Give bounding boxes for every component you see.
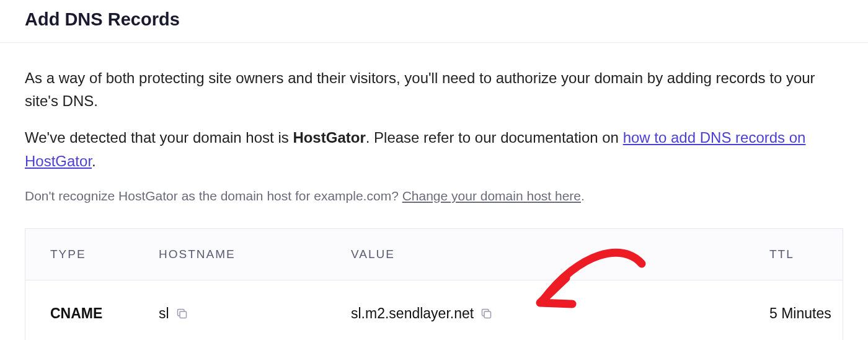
td-value: sl.m2.sendlayer.net bbox=[326, 280, 745, 340]
detected-text: We've detected that your domain host is … bbox=[25, 126, 843, 172]
copy-icon[interactable] bbox=[175, 307, 188, 320]
muted-text: Don't recognize HostGator as the domain … bbox=[25, 189, 843, 204]
copy-icon[interactable] bbox=[480, 307, 493, 320]
td-hostname: sl bbox=[134, 280, 326, 340]
th-value: VALUE bbox=[326, 229, 745, 280]
svg-rect-1 bbox=[484, 311, 491, 318]
detected-suffix: . Please refer to our documentation on bbox=[366, 129, 623, 146]
th-type: TYPE bbox=[25, 229, 134, 280]
change-host-link[interactable]: Change your domain host here bbox=[402, 189, 581, 203]
td-type: CNAME bbox=[25, 280, 134, 340]
intro-text: As a way of both protecting site owners … bbox=[25, 66, 843, 112]
dns-records-table: TYPE HOSTNAME VALUE TTL CNAME sl sl.m2.s… bbox=[25, 228, 843, 340]
td-ttl: 5 Minutes bbox=[745, 280, 843, 340]
table-row: CNAME sl sl.m2.sendlayer.net bbox=[25, 280, 843, 340]
page-title: Add DNS Records bbox=[0, 0, 868, 42]
doc-period: . bbox=[92, 153, 96, 169]
muted-prefix: Don't recognize HostGator as the domain … bbox=[25, 189, 402, 203]
detected-prefix: We've detected that your domain host is bbox=[25, 129, 293, 146]
hostname-value: sl bbox=[159, 305, 169, 322]
muted-period: . bbox=[581, 189, 585, 203]
content-area: As a way of both protecting site owners … bbox=[0, 42, 868, 340]
detected-host: HostGator bbox=[293, 129, 365, 146]
th-ttl: TTL bbox=[745, 229, 843, 280]
svg-rect-0 bbox=[180, 311, 187, 318]
value-text: sl.m2.sendlayer.net bbox=[351, 305, 474, 322]
th-hostname: HOSTNAME bbox=[134, 229, 326, 280]
table-header-row: TYPE HOSTNAME VALUE TTL bbox=[25, 229, 843, 280]
